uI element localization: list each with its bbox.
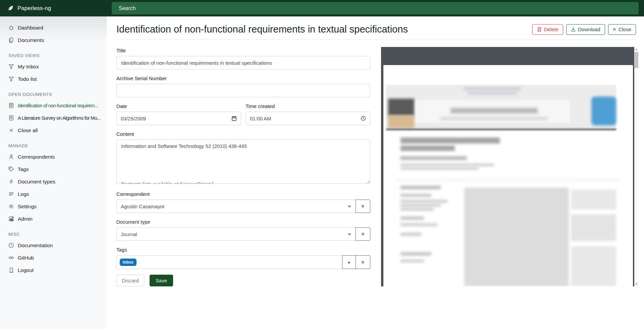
- sidebar: Dashboard Documents SAVED VIEWS My Inbox…: [0, 16, 107, 329]
- preview-article-info-line: [400, 208, 434, 211]
- sidebar-item-tags[interactable]: Tags: [0, 163, 107, 175]
- calendar-icon[interactable]: [231, 116, 237, 121]
- sidebar-label: Tags: [18, 166, 29, 172]
- time-created-input[interactable]: 01:00 AM: [246, 112, 370, 125]
- sidebar-label: Documents: [18, 37, 44, 43]
- preview-homepage-link-line: [468, 92, 517, 95]
- preview-affiliation-line-2: [400, 167, 478, 170]
- person-icon: [8, 154, 14, 160]
- time-created-label: Time created: [246, 103, 370, 109]
- main-content: Identification of non-functional require…: [107, 16, 644, 329]
- sidebar-section-manage: MANAGE: [0, 141, 107, 151]
- preview-article-info-line: [400, 204, 441, 207]
- tags-input[interactable]: Inbox: [116, 255, 342, 269]
- sidebar-item-github[interactable]: GitHub: [0, 252, 107, 264]
- sidebar-item-document-types[interactable]: # Document types: [0, 175, 107, 188]
- preview-left-column-line: [400, 260, 424, 262]
- delete-button-label: Delete: [544, 26, 558, 33]
- preview-right-text-block: [571, 246, 616, 286]
- preview-left-column-line: [400, 252, 431, 256]
- sidebar-label: My Inbox: [18, 64, 39, 70]
- asn-input[interactable]: [116, 84, 370, 97]
- sidebar-item-admin[interactable]: Admin: [0, 213, 107, 225]
- gear-icon: [8, 204, 14, 209]
- sidebar-item-documents[interactable]: Documents: [0, 34, 107, 46]
- sidebar-item-dashboard[interactable]: Dashboard: [0, 21, 107, 34]
- date-input[interactable]: 03/25/2009: [116, 112, 241, 125]
- preview-elsevier-tree-logo: [591, 97, 616, 125]
- page-layout: Dashboard Documents SAVED VIEWS My Inbox…: [0, 16, 644, 329]
- document-preview-pane[interactable]: ▲ ▼: [381, 47, 639, 286]
- close-button[interactable]: × Close: [608, 24, 636, 35]
- preview-paper-title-line-2: [400, 146, 455, 151]
- preview-article-info-line: [400, 194, 431, 197]
- delete-button[interactable]: Delete: [532, 24, 563, 35]
- plus-icon: +: [361, 202, 365, 210]
- scroll-down-icon[interactable]: ▼: [634, 282, 639, 286]
- home-icon: [8, 25, 14, 31]
- document-type-select[interactable]: Journal: [116, 227, 356, 241]
- close-icon: ×: [613, 27, 616, 32]
- sidebar-label: Close all: [18, 127, 38, 133]
- plus-icon: +: [361, 258, 365, 266]
- preview-scrollbar[interactable]: ▲ ▼: [634, 47, 639, 286]
- sidebar-item-todo-list[interactable]: Todo list: [0, 73, 107, 85]
- document-header: Identification of non-functional require…: [116, 24, 636, 35]
- preview-right-text-block: [571, 189, 616, 210]
- download-icon: [571, 27, 576, 32]
- sidebar-label: GitHub: [18, 255, 34, 261]
- preview-journal-title-line: [450, 108, 538, 113]
- sidebar-open-document-2[interactable]: A Literature Survey on Algorithms for Mu…: [0, 112, 107, 124]
- preview-publisher-logo: [388, 99, 414, 116]
- leaf-logo-icon: [7, 5, 14, 11]
- discard-button[interactable]: Discard: [116, 275, 144, 286]
- sidebar-item-settings[interactable]: Settings: [0, 200, 107, 213]
- preview-publisher-logo-base: [388, 115, 414, 128]
- hash-icon: #: [8, 179, 14, 185]
- filter-icon: [8, 64, 14, 69]
- add-correspondent-button[interactable]: +: [356, 200, 370, 213]
- preview-toolbar: [381, 47, 634, 65]
- scroll-up-icon[interactable]: ▲: [634, 47, 639, 52]
- filter-icon: [8, 76, 14, 82]
- correspondent-select[interactable]: Agustin Casamayor: [116, 200, 356, 213]
- document-detail: Title Archive Serial Number Date 03/25/2…: [116, 40, 639, 286]
- content-textarea[interactable]: Information and Software Technology 52 (…: [116, 140, 370, 184]
- header-actions: Delete Download × Close: [532, 24, 636, 35]
- app-title: Paperless-ng: [17, 5, 51, 12]
- toggles-icon: [8, 216, 14, 222]
- tag-badge-inbox[interactable]: Inbox: [120, 259, 137, 266]
- add-tag-button[interactable]: +: [356, 255, 370, 269]
- sidebar-item-correspondents[interactable]: Correspondents: [0, 151, 107, 163]
- save-button[interactable]: Save: [150, 275, 173, 286]
- download-button-label: Download: [578, 26, 600, 33]
- sidebar-label: Logs: [18, 191, 29, 197]
- date-label: Date: [116, 103, 241, 109]
- clock-icon[interactable]: [361, 116, 366, 121]
- sidebar-item-logs[interactable]: Logs: [0, 188, 107, 200]
- open-document-label: Identification of non-functional require…: [18, 103, 98, 108]
- time-value: 01:00 AM: [250, 116, 271, 121]
- caret-up-icon: ▲: [347, 260, 351, 264]
- tags-dropdown-toggle-button[interactable]: ▲: [342, 255, 356, 269]
- sidebar-item-close-all[interactable]: Close all: [0, 124, 107, 136]
- sidebar-item-logout[interactable]: Logout: [0, 264, 107, 276]
- documents-icon: [8, 37, 14, 43]
- sidebar-item-my-inbox[interactable]: My Inbox: [0, 60, 107, 73]
- search-input[interactable]: [112, 2, 639, 14]
- app-brand[interactable]: Paperless-ng: [0, 5, 107, 12]
- sidebar-section-misc: MISC: [0, 229, 107, 239]
- preview-scrollbar-thumb[interactable]: [635, 52, 638, 68]
- sidebar-label: Todo list: [18, 76, 37, 82]
- sidebar-label: Logout: [18, 267, 34, 273]
- add-document-type-button[interactable]: +: [356, 227, 370, 241]
- title-input[interactable]: [116, 56, 370, 69]
- sidebar-item-documentation[interactable]: ? Documentation: [0, 239, 107, 252]
- logs-icon: [8, 191, 14, 197]
- download-button[interactable]: Download: [566, 24, 605, 35]
- preview-banner-rule: [386, 129, 616, 130]
- close-button-label: Close: [619, 26, 631, 33]
- sidebar-label: Documentation: [18, 242, 53, 249]
- sidebar-open-document-1[interactable]: Identification of non-functional require…: [0, 99, 107, 112]
- close-icon: [8, 127, 14, 133]
